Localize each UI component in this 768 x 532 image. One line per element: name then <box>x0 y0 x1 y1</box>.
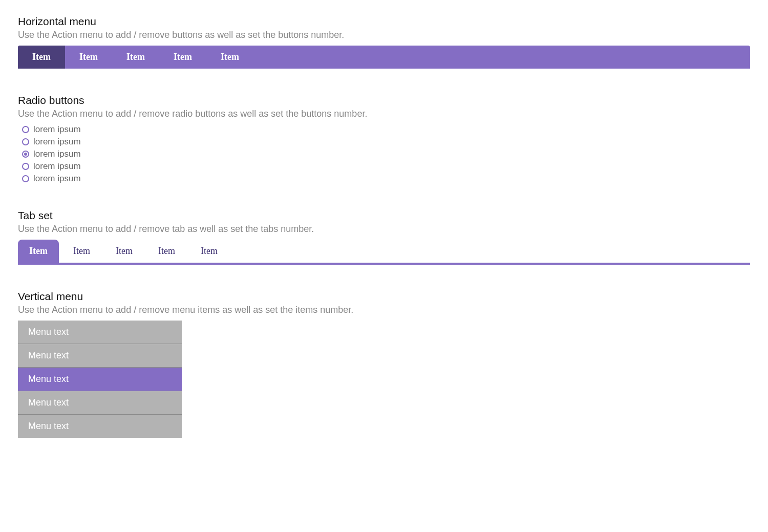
tab-item[interactable]: Item <box>104 240 144 263</box>
vertical-menu-title: Vertical menu <box>18 290 750 303</box>
radio-item[interactable]: lorem ipsum <box>22 137 750 147</box>
tab-item[interactable]: Item <box>147 240 186 263</box>
radio-label: lorem ipsum <box>33 124 81 135</box>
radio-item[interactable]: lorem ipsum <box>22 174 750 184</box>
hmenu-item[interactable]: Item <box>159 46 206 69</box>
radio-buttons-desc: Use the Action menu to add / remove radi… <box>18 109 750 119</box>
radio-label: lorem ipsum <box>33 174 81 184</box>
radio-icon <box>22 175 29 182</box>
radio-label: lorem ipsum <box>33 161 81 172</box>
vmenu-item[interactable]: Menu text <box>18 391 182 415</box>
horizontal-menu-title: Horizontal menu <box>18 15 750 28</box>
radio-icon <box>22 138 29 145</box>
radio-label: lorem ipsum <box>33 137 81 147</box>
hmenu-item[interactable]: Item <box>206 46 253 69</box>
radio-icon <box>22 126 29 133</box>
tab-set: Item Item Item Item Item <box>18 240 750 265</box>
radio-icon <box>22 163 29 170</box>
radio-item[interactable]: lorem ipsum <box>22 161 750 172</box>
tab-set-section: Tab set Use the Action menu to add / rem… <box>18 209 750 265</box>
vertical-menu: Menu text Menu text Menu text Menu text … <box>18 321 182 438</box>
horizontal-menu-desc: Use the Action menu to add / remove butt… <box>18 30 750 40</box>
hmenu-item[interactable]: Item <box>18 46 65 69</box>
radio-buttons-section: Radio buttons Use the Action menu to add… <box>18 94 750 184</box>
radio-label: lorem ipsum <box>33 149 81 159</box>
tab-set-desc: Use the Action menu to add / remove tab … <box>18 224 750 235</box>
tab-set-title: Tab set <box>18 209 750 222</box>
hmenu-item[interactable]: Item <box>112 46 159 69</box>
radio-icon <box>22 151 29 158</box>
horizontal-menu: Item Item Item Item Item <box>18 46 750 69</box>
vertical-menu-section: Vertical menu Use the Action menu to add… <box>18 290 750 438</box>
radio-item[interactable]: lorem ipsum <box>22 149 750 159</box>
tab-item[interactable]: Item <box>62 240 101 263</box>
tab-item[interactable]: Item <box>18 240 59 263</box>
radio-buttons-title: Radio buttons <box>18 94 750 107</box>
vmenu-item[interactable]: Menu text <box>18 415 182 438</box>
vmenu-item[interactable]: Menu text <box>18 368 182 391</box>
vertical-menu-desc: Use the Action menu to add / remove menu… <box>18 305 750 315</box>
tab-item[interactable]: Item <box>189 240 229 263</box>
radio-group: lorem ipsum lorem ipsum lorem ipsum lore… <box>18 124 750 184</box>
vmenu-item[interactable]: Menu text <box>18 321 182 344</box>
horizontal-menu-section: Horizontal menu Use the Action menu to a… <box>18 15 750 69</box>
vmenu-item[interactable]: Menu text <box>18 344 182 368</box>
radio-item[interactable]: lorem ipsum <box>22 124 750 135</box>
hmenu-item[interactable]: Item <box>65 46 112 69</box>
